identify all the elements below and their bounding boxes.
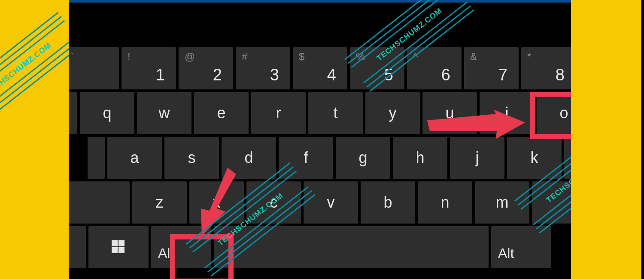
key-2[interactable]: @ 2 bbox=[179, 47, 233, 89]
keyboard-row-home: a s d f g h j k l bbox=[88, 137, 571, 179]
key-4[interactable]: $ 4 bbox=[293, 47, 347, 89]
key-g[interactable]: g bbox=[336, 137, 390, 179]
watermark-text: TECHSCHUMZ.COM bbox=[0, 41, 53, 98]
key-y[interactable]: y bbox=[365, 92, 420, 134]
key-k[interactable]: k bbox=[507, 137, 562, 179]
key-s[interactable]: s bbox=[164, 137, 219, 179]
keyboard-row-modifiers: rl Alt Alt bbox=[69, 226, 571, 268]
key-shift-partial[interactable] bbox=[69, 181, 130, 224]
key-z[interactable]: z bbox=[132, 181, 187, 224]
key-backtick[interactable]: ` bbox=[69, 47, 119, 89]
key-5[interactable]: % 5 bbox=[350, 47, 404, 89]
key-e[interactable]: e bbox=[194, 92, 249, 134]
key-1[interactable]: ! 1 bbox=[122, 47, 176, 89]
keyboard-row-numbers: ` ! 1 @ 2 # 3 $ 4 % 5 bbox=[69, 47, 571, 89]
key-6[interactable]: ^ 6 bbox=[407, 47, 462, 89]
keyboard-row-qwerty: q w e r t y u i o bbox=[69, 92, 571, 134]
key-m[interactable]: m bbox=[475, 181, 529, 224]
key-x[interactable]: x bbox=[189, 181, 244, 224]
on-screen-keyboard: ` ! 1 @ 2 # 3 $ 4 % 5 bbox=[69, 47, 571, 271]
key-alt-right[interactable]: Alt bbox=[491, 226, 551, 268]
key-a[interactable]: a bbox=[107, 137, 162, 179]
key-o[interactable]: o bbox=[537, 92, 571, 134]
key-7[interactable]: & 7 bbox=[464, 47, 519, 89]
key-n[interactable]: n bbox=[418, 181, 472, 224]
key-8[interactable]: * 8 bbox=[521, 47, 571, 89]
key-f[interactable]: f bbox=[279, 137, 333, 179]
key-i[interactable]: i bbox=[480, 92, 534, 134]
key-q[interactable]: q bbox=[80, 92, 134, 134]
key-comma[interactable]: < bbox=[532, 181, 571, 224]
keyboard-row-bottom: z x c v b n m < bbox=[69, 181, 571, 224]
key-c[interactable]: c bbox=[246, 181, 301, 224]
key-j[interactable]: j bbox=[450, 137, 504, 179]
key-alt-left[interactable]: Alt bbox=[151, 226, 211, 268]
keyboard-screenshot-area: ` ! 1 @ 2 # 3 $ 4 % 5 bbox=[69, 0, 571, 279]
key-ctrl-partial[interactable]: rl bbox=[69, 226, 86, 268]
key-h[interactable]: h bbox=[393, 137, 447, 179]
key-space[interactable] bbox=[214, 226, 489, 268]
key-l[interactable]: l bbox=[564, 137, 571, 179]
key-t[interactable]: t bbox=[308, 92, 363, 134]
key-d[interactable]: d bbox=[222, 137, 276, 179]
key-w[interactable]: w bbox=[137, 92, 191, 134]
key-caps-partial[interactable] bbox=[88, 137, 105, 179]
key-v[interactable]: v bbox=[304, 181, 358, 224]
key-tab-partial[interactable] bbox=[69, 92, 77, 134]
key-r[interactable]: r bbox=[251, 92, 306, 134]
key-u[interactable]: u bbox=[422, 92, 477, 134]
key-3[interactable]: # 3 bbox=[236, 47, 290, 89]
key-windows[interactable] bbox=[88, 226, 149, 268]
right-edge-sliver bbox=[639, 0, 644, 279]
window-titlebar-sliver bbox=[69, 0, 571, 3]
key-b[interactable]: b bbox=[361, 181, 415, 224]
windows-icon bbox=[112, 240, 125, 254]
